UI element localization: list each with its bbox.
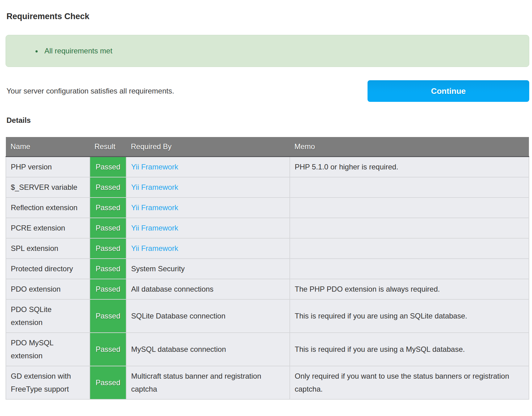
alert-message: All requirements met bbox=[42, 44, 529, 57]
required-by-link[interactable]: Yii Framework bbox=[131, 244, 178, 252]
requirement-name: PHP version bbox=[6, 157, 90, 177]
requirement-memo: This is required if you are using an SQL… bbox=[290, 299, 529, 333]
table-row: PCRE extension Passed Yii Framework bbox=[6, 218, 529, 238]
table-row: PDO extension Passed All database connec… bbox=[6, 279, 529, 299]
table-header-row: Name Result Required By Memo bbox=[6, 137, 529, 157]
result-badge: Passed bbox=[90, 157, 126, 177]
requirement-memo bbox=[290, 177, 529, 198]
table-row: SPL extension Passed Yii Framework bbox=[6, 238, 529, 259]
required-by-link[interactable]: Yii Framework bbox=[131, 203, 178, 212]
result-badge: Passed bbox=[90, 177, 126, 198]
requirements-table: Name Result Required By Memo PHP version… bbox=[6, 137, 529, 400]
requirement-required-by: Yii Framework bbox=[126, 238, 290, 259]
requirement-name: Reflection extension bbox=[6, 198, 90, 218]
required-by-text: System Security bbox=[131, 264, 185, 273]
result-badge: Passed bbox=[90, 218, 126, 238]
requirement-memo: This is required if you are using a MySQ… bbox=[290, 333, 529, 366]
table-row: PDO SQLite extension Passed SQLite Datab… bbox=[6, 299, 529, 333]
requirement-required-by: Yii Framework bbox=[126, 198, 290, 218]
requirement-name: Protected directory bbox=[6, 259, 90, 279]
table-row: Reflection extension Passed Yii Framewor… bbox=[6, 198, 529, 218]
requirement-memo bbox=[290, 198, 529, 218]
table-row: GD extension with FreeType support Passe… bbox=[6, 366, 529, 399]
requirement-name: $_SERVER variable bbox=[6, 177, 90, 198]
details-heading: Details bbox=[6, 116, 529, 125]
requirement-required-by: SQLite Database connection bbox=[126, 299, 290, 333]
result-badge: Passed bbox=[90, 279, 126, 299]
table-row: PDO MySQL extension Passed MySQL databas… bbox=[6, 333, 529, 366]
requirement-memo: Only required if you want to use the sta… bbox=[290, 366, 529, 399]
requirements-table-body: PHP version Passed Yii Framework PHP 5.1… bbox=[6, 157, 529, 400]
table-row: $_SERVER variable Passed Yii Framework bbox=[6, 177, 529, 198]
requirement-memo: PHP 5.1.0 or higher is required. bbox=[290, 157, 529, 177]
alert-list: All requirements met bbox=[6, 44, 529, 57]
required-by-text: All database connections bbox=[131, 285, 214, 293]
column-header-result: Result bbox=[90, 137, 126, 157]
column-header-memo: Memo bbox=[290, 137, 529, 157]
page-title: Requirements Check bbox=[6, 12, 529, 21]
requirement-name: PDO extension bbox=[6, 279, 90, 299]
requirement-memo bbox=[290, 259, 529, 279]
requirement-memo bbox=[290, 218, 529, 238]
required-by-link[interactable]: Yii Framework bbox=[131, 183, 178, 191]
requirement-memo bbox=[290, 238, 529, 259]
table-header: Name Result Required By Memo bbox=[6, 137, 529, 157]
requirement-name: GD extension with FreeType support bbox=[6, 366, 90, 399]
result-badge: Passed bbox=[90, 333, 126, 366]
required-by-link[interactable]: Yii Framework bbox=[131, 224, 178, 232]
result-badge: Passed bbox=[90, 198, 126, 218]
required-by-link[interactable]: Yii Framework bbox=[131, 163, 178, 171]
requirement-name: PDO MySQL extension bbox=[6, 333, 90, 366]
success-alert: All requirements met bbox=[6, 35, 529, 67]
requirement-required-by: Yii Framework bbox=[126, 177, 290, 198]
required-by-text: Multicraft status banner and registratio… bbox=[131, 372, 261, 393]
result-badge: Passed bbox=[90, 366, 126, 399]
requirement-memo: The PHP PDO extension is always required… bbox=[290, 279, 529, 299]
requirement-required-by: MySQL database connection bbox=[126, 333, 290, 366]
summary-text: Your server configuration satisfies all … bbox=[6, 87, 174, 95]
requirements-check-page: Requirements Check All requirements met … bbox=[0, 12, 532, 400]
requirement-required-by: Yii Framework bbox=[126, 157, 290, 177]
requirement-required-by: Yii Framework bbox=[126, 218, 290, 238]
requirement-required-by: All database connections bbox=[126, 279, 290, 299]
table-row: Protected directory Passed System Securi… bbox=[6, 259, 529, 279]
result-badge: Passed bbox=[90, 299, 126, 333]
required-by-text: SQLite Database connection bbox=[131, 312, 226, 320]
result-badge: Passed bbox=[90, 238, 126, 259]
requirement-required-by: System Security bbox=[126, 259, 290, 279]
column-header-name: Name bbox=[6, 137, 90, 157]
table-row: PHP version Passed Yii Framework PHP 5.1… bbox=[6, 157, 529, 177]
summary-row: Your server configuration satisfies all … bbox=[6, 80, 529, 102]
requirement-required-by: Multicraft status banner and registratio… bbox=[126, 366, 290, 399]
requirement-name: PDO SQLite extension bbox=[6, 299, 90, 333]
required-by-text: MySQL database connection bbox=[131, 345, 226, 353]
requirement-name: SPL extension bbox=[6, 238, 90, 259]
requirement-name: PCRE extension bbox=[6, 218, 90, 238]
result-badge: Passed bbox=[90, 259, 126, 279]
column-header-required-by: Required By bbox=[126, 137, 290, 157]
continue-button[interactable]: Continue bbox=[368, 80, 529, 102]
